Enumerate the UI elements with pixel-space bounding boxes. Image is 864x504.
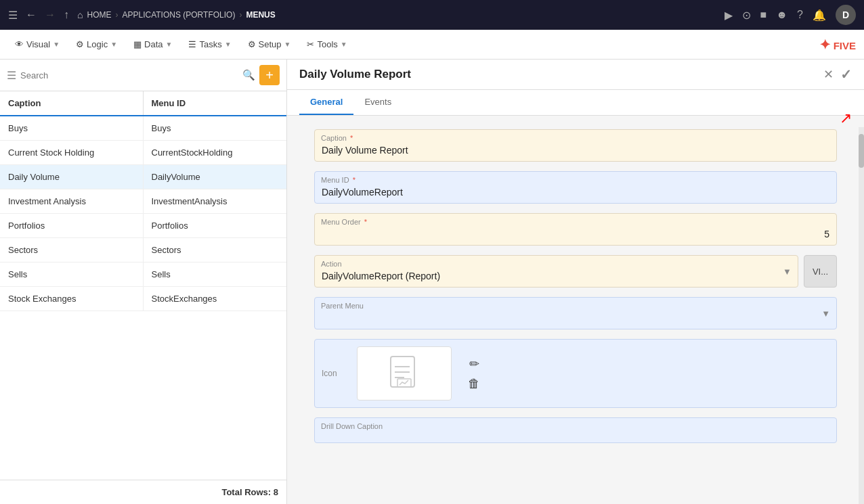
menu-order-label: Menu Order * [321, 218, 367, 226]
data-table: Caption Menu ID Buys Buys Current Stock … [0, 91, 286, 480]
action-field: Action DailyVolumeReport (Report) ▼ VI..… [314, 255, 837, 288]
filter-icon[interactable]: ☰ [7, 69, 16, 82]
menuid-header: Menu ID [144, 91, 287, 115]
main-area: ☰ 🔍 + Caption Menu ID Buys Buys Current … [0, 60, 864, 504]
drilldown-caption-field: Drill Down Caption [314, 417, 837, 443]
table-row[interactable]: Investment Analysis InvestmentAnalysis [0, 189, 286, 214]
scrollbar-thumb[interactable] [859, 134, 864, 168]
caption-cell: Current Stock Holding [0, 141, 144, 164]
menuid-cell: InvestmentAnalysis [144, 189, 287, 213]
breadcrumb-applications[interactable]: APPLICATIONS (PORTFOLIO) [122, 10, 235, 20]
menu-order-field: Menu Order * [314, 213, 837, 246]
table-row[interactable]: Portfolios Portfolios [0, 214, 286, 238]
setup-icon: ⚙ [248, 39, 256, 49]
close-button[interactable]: ✕ [823, 67, 834, 82]
logic-arrow: ▼ [110, 41, 117, 48]
menuid-label: Menu ID * [321, 176, 355, 184]
tools-label: Tools [317, 39, 337, 49]
top-nav: ☰ ← → ↑ ⌂ HOME › APPLICATIONS (PORTFOLIO… [0, 0, 864, 30]
edit-icon-button[interactable]: ✏ [468, 357, 480, 371]
tasks-menu[interactable]: ☰ Tasks ▼ [181, 36, 238, 53]
visual-arrow: ▼ [53, 41, 60, 48]
vi-button[interactable]: VI... [804, 255, 837, 288]
parent-menu-wrapper: Parent Menu ▼ [314, 297, 837, 329]
table-row[interactable]: Sells Sells [0, 262, 286, 287]
caption-cell: Sells [0, 262, 144, 286]
five-logo: ✦ FIVE [819, 37, 856, 53]
search-icon[interactable]: 🔍 [242, 69, 255, 81]
drilldown-caption-input[interactable] [314, 417, 837, 443]
caption-cell: Investment Analysis [0, 189, 144, 213]
drilldown-caption-label: Drill Down Caption [321, 422, 383, 430]
avatar[interactable]: D [836, 5, 856, 25]
save-button[interactable]: ✓ [840, 66, 852, 83]
caption-header: Caption [0, 91, 144, 115]
form-area: Caption * Menu ID * Menu Order * [287, 116, 864, 457]
action-select-wrapper: Action DailyVolumeReport (Report) ▼ [314, 255, 798, 288]
tab-events[interactable]: Events [353, 90, 402, 115]
caption-field: Caption * [314, 129, 837, 162]
setup-menu[interactable]: ⚙ Setup ▼ [241, 36, 298, 53]
caption-cell: Portfolios [0, 214, 144, 237]
tasks-arrow: ▼ [225, 41, 232, 48]
table-row[interactable]: Sectors Sectors [0, 238, 286, 262]
play-icon[interactable]: ▶ [725, 9, 733, 22]
tools-menu[interactable]: ✂ Tools ▼ [300, 36, 353, 53]
tools-arrow: ▼ [341, 41, 347, 48]
table-row[interactable]: Buys Buys [0, 116, 286, 141]
menuid-cell: Buys [144, 116, 287, 140]
menuid-input[interactable] [314, 171, 837, 204]
setup-arrow: ▼ [284, 41, 291, 48]
table-row[interactable]: Daily Volume DailyVolume [0, 165, 286, 189]
forward-icon[interactable]: → [45, 9, 56, 21]
tools-icon: ✂ [307, 39, 314, 49]
stop-icon[interactable]: ■ [760, 9, 767, 21]
table-footer: Total Rows: 8 [0, 480, 286, 504]
right-panel: Daily Volume Report ✕ ✓ ↗ General Events… [287, 60, 864, 504]
setup-label: Setup [259, 39, 282, 49]
caption-cell: Stock Exchanges [0, 287, 144, 311]
chat-icon[interactable]: ☻ [776, 9, 787, 21]
data-menu[interactable]: ▦ Data ▼ [127, 36, 179, 53]
hamburger-icon[interactable]: ☰ [8, 9, 18, 22]
delete-icon-button[interactable]: 🗑 [468, 377, 480, 391]
table-row[interactable]: Current Stock Holding CurrentStockHoldin… [0, 141, 286, 165]
add-button[interactable]: + [259, 65, 280, 85]
action-label: Action [321, 260, 342, 268]
up-icon[interactable]: ↑ [64, 9, 69, 21]
breadcrumb: ⌂ HOME › APPLICATIONS (PORTFOLIO) › MENU… [77, 9, 276, 20]
search-nav-icon[interactable]: ⊙ [742, 9, 751, 22]
visual-menu[interactable]: 👁 Visual ▼ [8, 36, 66, 53]
action-select[interactable]: DailyVolumeReport (Report) [314, 255, 798, 288]
caption-cell: Buys [0, 116, 144, 140]
table-row[interactable]: Stock Exchanges StockExchanges [0, 287, 286, 311]
data-arrow: ▼ [166, 41, 173, 48]
table-header: Caption Menu ID [0, 91, 286, 116]
tabs: General Events [287, 90, 864, 116]
scrollbar-track[interactable] [859, 127, 864, 504]
panel-title: Daily Volume Report [299, 68, 411, 81]
menuid-cell: StockExchanges [144, 287, 287, 311]
breadcrumb-home[interactable]: HOME [87, 10, 111, 20]
logic-label: Logic [87, 39, 108, 49]
icon-preview [357, 346, 452, 400]
logic-menu[interactable]: ⚙ Logic ▼ [69, 36, 124, 53]
icon-field: Icon ✏ 🗑 [314, 339, 837, 408]
parent-menu-select[interactable] [314, 297, 837, 329]
second-toolbar: 👁 Visual ▼ ⚙ Logic ▼ ▦ Data ▼ ☰ Tasks ▼ … [0, 30, 864, 60]
visual-icon: 👁 [15, 39, 24, 49]
home-icon: ⌂ [77, 9, 83, 20]
search-bar: ☰ 🔍 + [0, 60, 286, 91]
bell-icon[interactable]: 🔔 [813, 9, 826, 22]
back-icon[interactable]: ← [26, 9, 37, 21]
caption-input[interactable] [314, 129, 837, 162]
help-icon[interactable]: ? [797, 9, 803, 21]
tab-general[interactable]: General [299, 90, 353, 115]
menuid-cell: Sells [144, 262, 287, 286]
search-input[interactable] [20, 70, 238, 81]
menu-order-input[interactable] [314, 213, 837, 246]
icon-actions: ✏ 🗑 [460, 357, 480, 391]
parent-menu-field: Parent Menu ▼ [314, 297, 837, 329]
caption-cell: Daily Volume [0, 165, 144, 189]
left-panel: ☰ 🔍 + Caption Menu ID Buys Buys Current … [0, 60, 287, 504]
